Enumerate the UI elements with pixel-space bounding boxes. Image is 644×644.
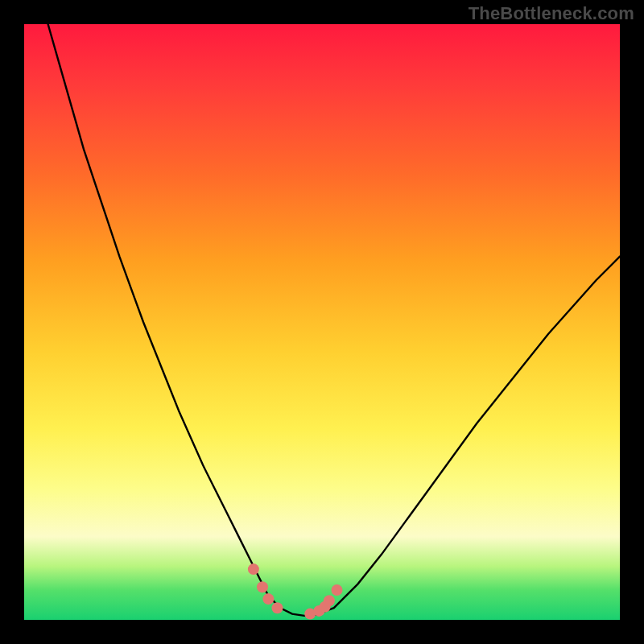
chart-frame: TheBottleneck.com [0,0,644,644]
highlight-dots [248,564,343,620]
plot-svg [24,24,620,620]
highlight-dot [257,581,268,592]
highlight-dot [262,593,274,605]
highlight-dot [248,564,259,575]
plot-area [24,24,620,620]
watermark-text: TheBottleneck.com [469,3,634,24]
highlight-dot [272,602,283,613]
highlight-dot [332,584,343,596]
bottleneck-curve [48,24,620,616]
highlight-dot [324,595,335,606]
